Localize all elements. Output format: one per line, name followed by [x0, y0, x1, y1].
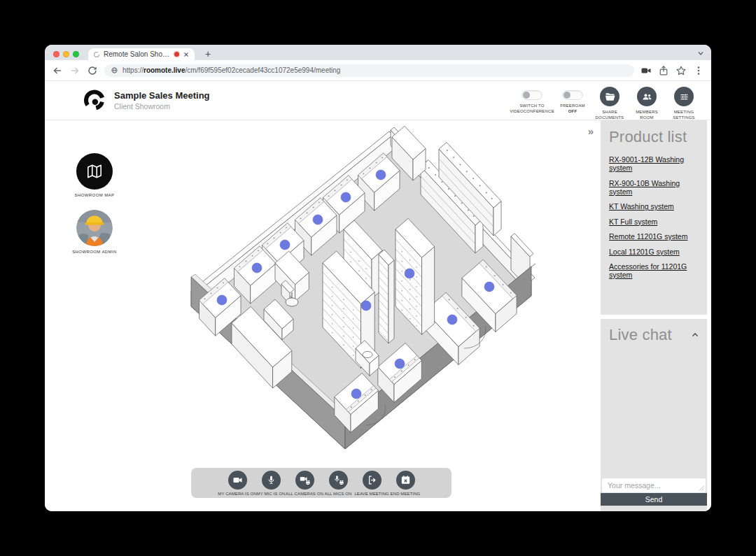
map-shape — [280, 232, 281, 234]
header-button-label: MEMBERS ROOM — [636, 110, 658, 120]
toolbar-button-camera-group[interactable]: ALL CAMERAS ON — [288, 471, 321, 496]
browser-menu-icon[interactable] — [693, 65, 704, 76]
freeroam-toggle[interactable]: FREEROAMOFF — [556, 87, 589, 114]
map-shape — [365, 268, 367, 269]
product-hotspot[interactable] — [447, 315, 457, 325]
freeroam-toggle-track[interactable] — [562, 90, 583, 100]
product-link[interactable]: Remote 11201G system — [609, 232, 699, 241]
meeting-subtitle: Client Showroom — [114, 102, 170, 111]
product-link[interactable]: KT Full system — [609, 218, 699, 226]
back-icon[interactable] — [52, 65, 63, 76]
map-shape — [365, 394, 366, 396]
share-documents-button[interactable]: SHARE DOCUMENTS — [594, 87, 626, 120]
product-hotspot[interactable] — [313, 215, 323, 224]
product-hotspot[interactable] — [217, 295, 227, 305]
map-shape — [454, 195, 456, 197]
toolbar-button-mic-group[interactable]: ALL MICS ON — [321, 471, 355, 496]
map-shape — [382, 157, 383, 158]
map-shape — [402, 310, 403, 311]
meeting-settings-button[interactable]: MEETING SETTINGS — [668, 87, 700, 120]
product-hotspot[interactable] — [484, 282, 494, 292]
showroom-map-button[interactable] — [76, 153, 113, 190]
map-shape — [204, 298, 206, 299]
map-shape — [371, 389, 372, 390]
minimize-window-button[interactable] — [63, 51, 69, 57]
toolbar-button-end[interactable]: END MEETING — [388, 471, 422, 496]
site-info-globe-icon[interactable] — [111, 66, 118, 74]
new-tab-button[interactable]: + — [202, 48, 214, 60]
browser-tab[interactable]: Remote Salon Showroom — [88, 48, 195, 60]
map-shape — [252, 255, 253, 257]
map-shape — [416, 315, 417, 317]
folder-icon — [600, 87, 620, 106]
tab-list-chevron-icon[interactable] — [696, 49, 705, 57]
map-shape — [274, 238, 275, 239]
map-shape — [351, 406, 352, 408]
end-icon — [396, 471, 415, 490]
tab-close-icon[interactable] — [183, 51, 190, 58]
address-bar[interactable]: https://roomote.live/cm/f69f595ef02cecad… — [104, 64, 634, 77]
map-shape — [341, 185, 342, 186]
map-shape — [416, 296, 417, 297]
app-page: Sample Sales Meeting Client Showroom SWI… — [45, 81, 711, 511]
map-shape — [313, 207, 314, 208]
roomote-logo-icon — [83, 88, 106, 111]
sidebar-collapse-button[interactable]: » — [581, 120, 601, 141]
map-shape — [388, 260, 394, 343]
map-shape — [365, 278, 367, 279]
toolbar-button-camera[interactable]: MY CAMERA IS ON — [220, 471, 254, 496]
members-room-button[interactable]: MEMBERS ROOM — [631, 87, 663, 120]
forward-icon[interactable] — [69, 65, 80, 76]
map-shape — [217, 287, 218, 289]
send-button[interactable]: Send — [601, 493, 707, 506]
showroom-admin-label: SHOWROOM ADMIN — [56, 250, 133, 254]
map-shape — [353, 355, 354, 356]
browser-tab-strip: Remote Salon Showroom + — [45, 45, 711, 60]
map-shape — [379, 255, 388, 343]
map-shape — [343, 327, 344, 328]
showroom-admin-button[interactable] — [76, 210, 113, 246]
product-hotspot[interactable] — [405, 269, 414, 278]
map-shape — [239, 266, 241, 267]
product-link[interactable]: RX-900-10B Washing system — [609, 179, 699, 196]
toolbar-button-label: MY MIC IS ON — [257, 492, 286, 496]
leave-icon — [363, 471, 382, 490]
map-shape — [332, 305, 333, 306]
map-shape — [503, 284, 504, 285]
videoconference-toggle[interactable]: SWITCH TO VIDEOCONFERENCE — [512, 87, 552, 114]
product-hotspot[interactable] — [351, 389, 361, 399]
tab-title: Remote Salon Showroom — [104, 50, 171, 58]
mic-icon — [262, 471, 281, 490]
product-hotspot[interactable] — [361, 301, 371, 311]
zoom-window-button[interactable] — [73, 51, 79, 57]
toolbar-button-mic[interactable]: MY MIC IS ON — [254, 471, 288, 496]
product-link[interactable]: Accessories for 11201G system — [609, 262, 699, 279]
map-shape — [410, 308, 411, 310]
product-hotspot[interactable] — [280, 240, 290, 250]
product-hotspot[interactable] — [395, 359, 405, 369]
share-icon[interactable] — [658, 65, 669, 76]
product-hotspot[interactable] — [252, 263, 262, 273]
reload-icon[interactable] — [87, 65, 98, 76]
map-shape — [286, 298, 298, 306]
product-link[interactable]: KT Washing system — [609, 202, 699, 211]
map-shape — [258, 250, 259, 251]
videoconference-toggle-track[interactable] — [522, 90, 542, 100]
tab-media-capture-icon[interactable] — [640, 65, 652, 76]
product-hotspot[interactable] — [376, 170, 386, 180]
toolbar-button-leave[interactable]: LEAVE MEETING — [355, 471, 388, 496]
product-link[interactable]: Local 11201G system — [609, 248, 699, 256]
map-shape — [448, 188, 449, 190]
bookmark-star-icon[interactable] — [676, 65, 687, 76]
product-link[interactable]: RX-9001-12B Washing system — [609, 155, 699, 172]
map-shape — [416, 325, 417, 327]
map-shape — [246, 261, 247, 262]
browser-window: Remote Salon Showroom + — [45, 45, 711, 511]
product-hotspot[interactable] — [341, 192, 351, 202]
chat-message-input[interactable] — [602, 478, 706, 492]
showroom-map-canvas[interactable] — [186, 126, 598, 458]
toggle-knob — [523, 92, 530, 99]
close-window-button[interactable] — [53, 51, 59, 57]
chevron-up-icon[interactable] — [690, 330, 700, 340]
tab-favicon — [93, 51, 100, 58]
